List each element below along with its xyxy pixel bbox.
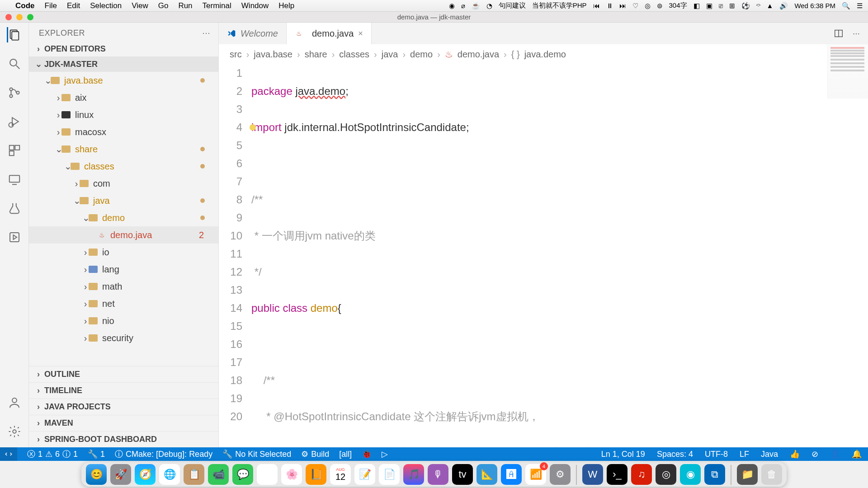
tree-folder-classes[interactable]: ⌄classes (29, 158, 218, 175)
dock-finder-icon[interactable]: 😊 (86, 464, 107, 485)
open-editors-section[interactable]: › OPEN EDITORS (29, 42, 218, 56)
outline-section[interactable]: ›OUTLINE (29, 366, 218, 382)
notifications-icon[interactable]: 🔔 (852, 449, 862, 459)
menu-selection[interactable]: Selection (90, 1, 122, 10)
tree-folder-com[interactable]: ›com (29, 175, 218, 192)
tree-folder-demo[interactable]: ⌄demo (29, 209, 218, 226)
tray-icon[interactable]: ▣ (706, 2, 712, 10)
breadcrumb-item[interactable]: demo.java (458, 49, 499, 60)
dock-word-icon[interactable]: W (582, 464, 603, 485)
breadcrumb-item[interactable]: share (305, 49, 327, 60)
bluetooth-icon[interactable]: ⚽ (741, 2, 750, 10)
settings-gear-icon[interactable] (7, 424, 22, 439)
code-editor[interactable]: 1 2 3 4 5 6 7 8 9 10 11 12 13 14 15 16 1… (219, 64, 868, 447)
breadcrumb-item[interactable]: src (230, 49, 242, 60)
dock-reminders-icon[interactable]: 📝 (354, 464, 375, 485)
menu-file[interactable]: File (45, 1, 57, 10)
tree-folder-linux[interactable]: ›linux (29, 106, 218, 123)
search-icon[interactable] (7, 56, 22, 71)
sync-icon[interactable]: ⊘ (811, 449, 818, 459)
media-next-icon[interactable]: ⏭ (619, 2, 626, 9)
minimap[interactable] (827, 44, 868, 99)
dock-maps-icon[interactable]: 🗺 (257, 464, 278, 485)
tree-folder-net[interactable]: ›net (29, 295, 218, 312)
dock-app-icon[interactable]: ◉ (680, 464, 701, 485)
source-control-icon[interactable] (7, 85, 22, 100)
test-icon[interactable] (7, 201, 22, 216)
zoom-window-button[interactable] (27, 14, 33, 20)
tab-demo-java[interactable]: ♨ demo.java × (287, 23, 372, 44)
lightbulb-icon[interactable] (250, 124, 256, 131)
dock-chrome-icon[interactable]: 🌐 (159, 464, 180, 485)
more-actions-icon[interactable]: ⋯ (853, 29, 860, 38)
run-debug-icon[interactable] (7, 114, 22, 129)
dock-folder-icon[interactable]: 📁 (737, 464, 758, 485)
tray-icon[interactable]: ⎚ (719, 2, 723, 9)
breadcrumb-item[interactable]: java.demo (524, 49, 566, 60)
split-editor-icon[interactable] (834, 28, 844, 38)
breadcrumb-item[interactable]: java (382, 49, 398, 60)
spotlight-icon[interactable]: 🔍 (842, 2, 850, 10)
tray-icon[interactable]: ▲ (767, 2, 774, 9)
menu-help[interactable]: Help (278, 1, 294, 10)
dock-app-icon[interactable]: 📐 (476, 464, 497, 485)
dock-messages-icon[interactable]: 💬 (232, 464, 253, 485)
build-target[interactable]: [all] (339, 450, 352, 459)
cursor-position[interactable]: Ln 1, Col 19 (601, 449, 645, 459)
extensions-icon[interactable] (7, 143, 22, 158)
tray-icon[interactable]: ☕ (472, 2, 480, 10)
tree-folder-lang[interactable]: ›lang (29, 261, 218, 278)
accounts-icon[interactable] (7, 395, 22, 410)
close-tab-icon[interactable]: × (358, 29, 363, 38)
dock-app-icon[interactable]: 📶4 (525, 464, 546, 485)
encoding-status[interactable]: UTF-8 (705, 449, 728, 459)
menu-view[interactable]: View (132, 1, 148, 10)
tree-file-demo-java[interactable]: ♨demo.java2 (29, 226, 218, 244)
explorer-icon[interactable] (7, 27, 22, 42)
close-window-button[interactable] (5, 14, 12, 20)
dock-notes-icon[interactable]: 📄 (379, 464, 400, 485)
dock-safari-icon[interactable]: 🧭 (135, 464, 156, 485)
code-content[interactable]: package java.demo; import jdk.internal.H… (251, 64, 868, 447)
tree-folder-nio[interactable]: ›nio (29, 312, 218, 329)
debug-icon[interactable]: 🐞 (362, 449, 372, 459)
menu-run[interactable]: Run (178, 1, 192, 10)
dock-launchpad-icon[interactable]: 🚀 (110, 464, 131, 485)
breadcrumb-item[interactable]: classes (339, 49, 369, 60)
remote-indicator[interactable] (0, 447, 17, 461)
dock-tv-icon[interactable]: tv (452, 464, 473, 485)
feedback-icon[interactable]: 👍 (790, 449, 800, 459)
media-pause-icon[interactable]: ⏸ (606, 2, 613, 9)
ext-icon[interactable] (7, 230, 22, 245)
menu-window[interactable]: Window (241, 1, 269, 10)
tray-icon[interactable]: ◉ (449, 2, 455, 10)
language-status[interactable]: Java (761, 449, 778, 459)
tree-folder-java-base[interactable]: ⌄java.base (29, 72, 218, 89)
dock-trash-icon[interactable]: 🗑 (761, 464, 782, 485)
dock-settings-icon[interactable]: ⚙ (550, 464, 571, 485)
maven-section[interactable]: ›MAVEN (29, 415, 218, 431)
dock-photos-icon[interactable]: 🌸 (281, 464, 302, 485)
media-prev-icon[interactable]: ⏮ (593, 2, 600, 9)
tree-folder-java[interactable]: ⌄java (29, 192, 218, 209)
tray-icon[interactable]: ⌀ (461, 2, 465, 10)
spring-boot-section[interactable]: ›SPRING-BOOT DASHBOARD (29, 431, 218, 447)
dock-netease-icon[interactable]: ♫ (631, 464, 652, 485)
timeline-section[interactable]: ›TIMELINE (29, 382, 218, 399)
tree-folder-security[interactable]: ›security (29, 329, 218, 347)
eol-status[interactable]: LF (740, 449, 749, 459)
dock-obs-icon[interactable]: ◎ (656, 464, 676, 485)
menubar-app-name[interactable]: Code (15, 1, 35, 10)
tray-icon[interactable]: ◔ (486, 2, 492, 10)
kit-status[interactable]: 🔧 No Kit Selected (222, 449, 291, 459)
heart-icon[interactable]: ♡ (632, 2, 638, 10)
run-icon[interactable]: ▷ (382, 449, 388, 459)
tray-icon[interactable]: ⊚ (657, 2, 663, 10)
tree-folder-io[interactable]: ›io (29, 244, 218, 261)
dock-books-icon[interactable]: 📙 (306, 464, 326, 485)
tray-text[interactable]: 句问建议 (499, 1, 526, 10)
wifi-icon[interactable]: ⌔ (756, 2, 760, 9)
control-center-icon[interactable]: ☰ (857, 2, 863, 10)
remote-icon[interactable] (7, 172, 22, 187)
tree-folder-aix[interactable]: ›aix (29, 89, 218, 106)
